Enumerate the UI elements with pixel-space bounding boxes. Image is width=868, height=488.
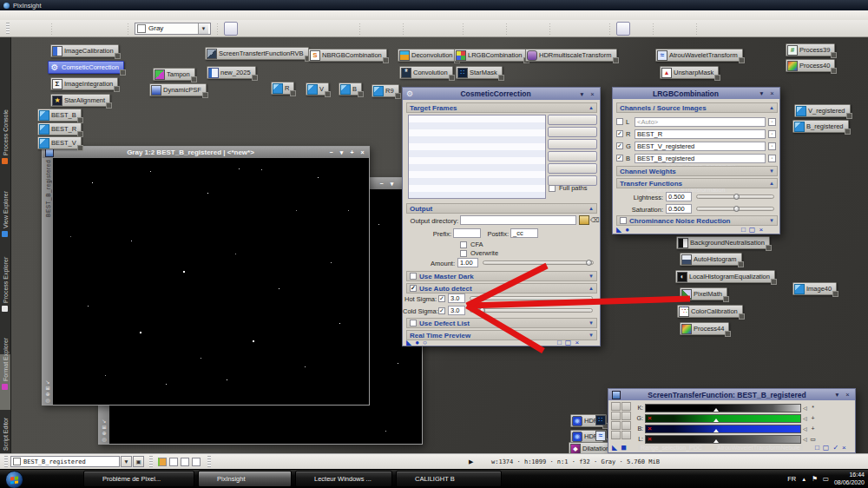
toolbar-icon[interactable] xyxy=(410,22,424,36)
toolbar-icon[interactable] xyxy=(589,22,603,36)
channel-image-field[interactable]: BEST_B_registered xyxy=(635,154,766,163)
stf-panel[interactable]: ScreenTransferFunction: BEST_B_registere… xyxy=(608,388,856,453)
process-icon[interactable]: Convolution xyxy=(399,66,453,79)
chevron-down-icon[interactable]: ▼ xyxy=(198,23,208,34)
process-icon[interactable]: LRGBCombination xyxy=(454,49,528,62)
channel-select-button[interactable]: ▫ xyxy=(768,142,776,150)
dock-tab[interactable]: Process Console xyxy=(0,81,10,164)
toolbar-icon[interactable] xyxy=(556,22,570,36)
toolbar-icon[interactable] xyxy=(443,22,457,36)
process-icon[interactable]: V_registered xyxy=(794,104,851,117)
close-icon[interactable]: × xyxy=(768,89,776,97)
image-window-titlebar[interactable]: Gray 1:2 BEST_B_registered | <*new*> − ▾… xyxy=(43,147,369,158)
process-icon[interactable]: ComseticCorrection xyxy=(48,61,124,74)
reset-icon[interactable]: × xyxy=(842,444,846,452)
maximize-icon[interactable]: + xyxy=(348,149,356,155)
toolbar-icon[interactable] xyxy=(58,22,72,36)
stf-reset-channel-icon[interactable]: ◁ xyxy=(803,425,807,432)
view-selector[interactable]: Gray ▼ xyxy=(135,23,211,35)
target-frames-section[interactable]: Target Frames ▲ xyxy=(406,102,597,113)
hot-sigma-slider[interactable] xyxy=(470,296,593,300)
tray-expand-icon[interactable]: ▲ xyxy=(801,477,806,482)
process-icon[interactable]: Deconvolution xyxy=(398,49,458,62)
new-instance-icon[interactable]: ◣ xyxy=(406,339,411,346)
lightness-knob[interactable] xyxy=(733,194,740,200)
image-window2-side-icons[interactable]: ↘⊞⊕◎ xyxy=(102,418,106,444)
channel-select-button[interactable]: ▫ xyxy=(768,155,776,162)
process-icon[interactable] xyxy=(595,414,608,425)
section-collapse-icon[interactable]: ▲ xyxy=(589,286,594,291)
section-expand-icon[interactable]: ▼ xyxy=(769,218,774,223)
toolbar-icon[interactable] xyxy=(240,22,254,36)
iconize-icon[interactable]: ▾ xyxy=(578,90,586,98)
real-time-preview-icon[interactable]: ○ xyxy=(423,339,427,346)
saturation-knob[interactable] xyxy=(733,206,740,212)
stf-tool-icon[interactable] xyxy=(611,412,621,420)
toolbar-icon[interactable] xyxy=(224,22,238,36)
cosmetic-titlebar[interactable]: ⚙ CosmeticCorrection ▾ × xyxy=(403,88,600,100)
dock-tab[interactable]: View Explorer xyxy=(0,168,10,237)
process-icon[interactable]: AutoHistogram xyxy=(680,253,742,266)
process-icon[interactable]: ImageIntegration xyxy=(50,77,118,90)
process-icon[interactable]: Tampon xyxy=(153,68,195,81)
dock-tab[interactable]: Format Explorer xyxy=(0,317,10,390)
hot-sigma-knob[interactable] xyxy=(479,295,485,301)
process-icon[interactable]: new_2025 xyxy=(207,66,256,79)
process-icon[interactable]: LocalHistogramEqualization xyxy=(675,270,775,283)
flag-icon[interactable]: ⚑ xyxy=(812,475,818,483)
section-collapse-icon[interactable]: ▲ xyxy=(769,105,774,110)
iconize-icon[interactable]: ▾ xyxy=(833,391,841,399)
taskbar-button[interactable]: Problème de Pixel... xyxy=(83,471,194,487)
section-collapse-icon[interactable]: ▲ xyxy=(589,105,594,110)
toolbar-icon[interactable] xyxy=(108,22,122,36)
channel-weights-section[interactable]: Channel Weights ▼ xyxy=(616,166,778,176)
process-icon[interactable]: ScreenTransfertFunctionRVB xyxy=(205,47,309,60)
amount-field[interactable]: 1.00 xyxy=(457,258,478,267)
use-auto-detect-section[interactable]: Use Auto detect ▲ xyxy=(406,283,597,293)
dock-tab[interactable]: Process Explorer xyxy=(0,242,10,312)
stf-titlebar[interactable]: ScreenTransferFunction: BEST_B_registere… xyxy=(608,389,855,400)
channel-checkbox[interactable] xyxy=(616,155,623,162)
saturation-slider[interactable] xyxy=(696,207,774,211)
process-icon[interactable]: NBRGBCombination xyxy=(308,49,387,62)
toolbar-icon[interactable] xyxy=(720,22,733,36)
process-icon[interactable] xyxy=(595,430,608,441)
stf-tool-icon[interactable] xyxy=(621,431,631,439)
channel-image-field[interactable]: BEST_V_registered xyxy=(635,142,766,151)
stf-midtone-marker[interactable] xyxy=(713,439,719,443)
lightness-slider[interactable] xyxy=(696,195,774,199)
process-icon[interactable]: B_registered xyxy=(792,120,849,133)
stf-channel-bar[interactable]: × xyxy=(645,435,801,444)
statusbar-grip[interactable] xyxy=(207,456,211,467)
process-icon[interactable]: B xyxy=(339,82,362,96)
cosmetic-correction-dialog[interactable]: ⚙ CosmeticCorrection ▾ × Target Frames ▲… xyxy=(402,87,601,346)
taskbar-button[interactable]: PixInsight xyxy=(198,471,292,487)
workspace-tab-3[interactable] xyxy=(181,458,189,466)
stf-channel-bar[interactable]: × xyxy=(645,404,801,412)
toolbar-icon[interactable] xyxy=(513,22,527,36)
cold-sigma-slider[interactable] xyxy=(470,308,593,313)
close-icon[interactable]: × xyxy=(589,90,596,98)
toolbar-icon[interactable] xyxy=(273,22,287,36)
close-icon[interactable]: × xyxy=(844,391,852,399)
process-icon[interactable]: R9 xyxy=(372,84,399,97)
stf-tool-icon[interactable] xyxy=(621,421,631,430)
play-icon[interactable]: ▶ xyxy=(469,458,473,465)
toolbar-icon[interactable] xyxy=(660,22,674,36)
toolbar-icon[interactable] xyxy=(486,22,500,36)
target-frames-list[interactable] xyxy=(408,115,546,199)
toolbar-icon[interactable] xyxy=(31,22,45,36)
toolbar-icon[interactable] xyxy=(75,22,89,36)
target-frames-button[interactable] xyxy=(548,115,597,125)
toolbar-icon[interactable] xyxy=(306,22,320,36)
toolbar-icon[interactable] xyxy=(529,22,543,36)
clock[interactable]: 16:44 08/06/2020 xyxy=(834,472,865,487)
stf-reset-channel-icon[interactable]: ◁ xyxy=(803,415,807,421)
process-icon[interactable]: Image40 xyxy=(792,282,837,295)
stf-channel-bar[interactable]: × xyxy=(645,414,801,423)
process-icon[interactable]: PixelMath xyxy=(680,287,727,300)
stf-tool-icon[interactable] xyxy=(611,402,621,411)
toolbar-icon[interactable] xyxy=(676,22,690,36)
channel-checkbox[interactable] xyxy=(616,118,623,125)
toolbar-icon[interactable] xyxy=(339,22,353,36)
